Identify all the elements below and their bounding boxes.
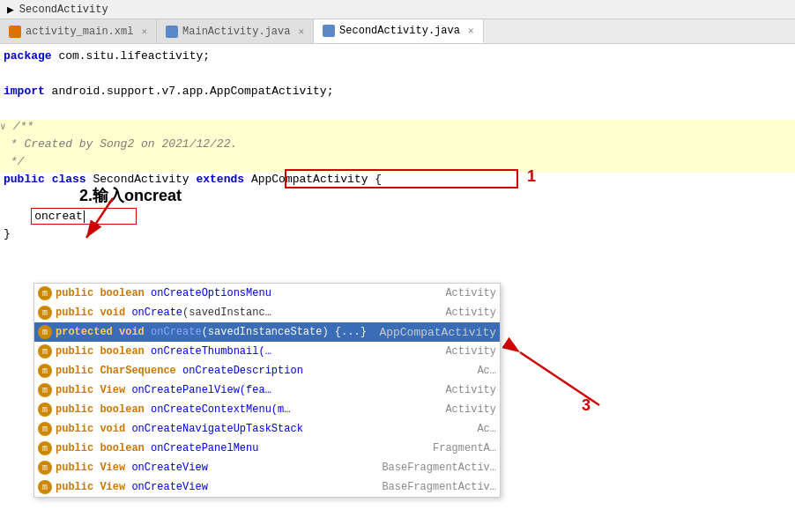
ac-item-4[interactable]: m public boolean onCreateThumbnail(… Act… <box>34 342 500 361</box>
ac-item-10[interactable]: m public View onCreateView BaseFragmentA… <box>34 458 500 477</box>
ac-code-5: public CharSequence onCreateDescription <box>56 365 470 377</box>
line-content: /** <box>10 120 795 133</box>
ac-item-9[interactable]: m public boolean onCreatePanelMenu Fragm… <box>34 439 500 458</box>
title-bar: ▶ SecondActivity <box>0 0 795 19</box>
xml-file-icon <box>9 26 21 38</box>
code-line-11: } <box>0 227 795 245</box>
tab-bar: activity_main.xml ✕ MainActivity.java ✕ … <box>0 19 795 44</box>
ac-method-icon: m <box>38 364 52 378</box>
arrow-3 <box>494 335 635 423</box>
annotation-1: 1 <box>527 167 536 186</box>
tab-label-active: SecondActivity.java <box>339 25 460 37</box>
ac-source-1: Activity <box>445 287 496 299</box>
line-content <box>0 67 795 80</box>
tab-second-activity-java[interactable]: SecondActivity.java ✕ <box>314 19 483 43</box>
code-line-6: * Created by Song2 on 2021/12/22. <box>0 137 795 155</box>
tab-close-active-icon[interactable]: ✕ <box>468 25 474 36</box>
ac-item-11[interactable]: m public View onCreateView BaseFragmentA… <box>34 477 500 497</box>
code-line-4 <box>0 102 795 120</box>
tab-close-icon[interactable]: ✕ <box>298 26 304 37</box>
ac-source-11: BaseFragmentActiv… <box>382 481 496 493</box>
ac-code-9: public boolean onCreatePanelMenu <box>56 442 426 454</box>
ac-method-icon: m <box>38 422 52 436</box>
ac-code-10: public View onCreateView <box>56 462 375 474</box>
tab-label: MainActivity.java <box>182 26 290 38</box>
line-content: } <box>0 227 795 240</box>
ac-source-8: Ac… <box>477 423 496 435</box>
annotation-2: 2.输入oncreat <box>79 185 182 206</box>
ac-item-5[interactable]: m public CharSequence onCreateDescriptio… <box>34 361 500 381</box>
tab-label: activity_main.xml <box>26 26 133 38</box>
java-file-icon-active <box>323 25 335 37</box>
tab-main-activity-java[interactable]: MainActivity.java ✕ <box>157 19 314 43</box>
code-line-10: oncreat <box>0 208 795 225</box>
code-line-2 <box>0 67 795 85</box>
ac-source-9: FragmentA… <box>433 442 496 454</box>
ac-method-icon: m <box>38 306 52 320</box>
ac-code-8: public void onCreateNavigateUpTaskStack <box>56 423 470 435</box>
ac-source-2: Activity <box>445 307 496 319</box>
ac-method-icon: m <box>38 461 52 475</box>
ac-method-icon: m <box>38 286 52 300</box>
ac-source-4: Activity <box>445 345 496 358</box>
ac-source-7: Activity <box>445 403 496 416</box>
ac-method-icon: m <box>38 344 52 358</box>
ac-source-3: AppCompatActivity <box>379 326 496 339</box>
title-text: SecondActivity <box>19 4 108 16</box>
ac-item-2[interactable]: m public void onCreate(savedInstanc… Act… <box>34 303 500 322</box>
code-line-1: package com.situ.lifeactivity; <box>0 49 795 67</box>
ac-method-icon: m <box>38 441 52 455</box>
ac-code-2: public void onCreate(savedInstanc… <box>56 307 438 319</box>
ac-item-7[interactable]: m public boolean onCreateContextMenu(m… … <box>34 400 500 419</box>
ac-item-1[interactable]: m public boolean onCreateOptionsMenu Act… <box>34 284 500 303</box>
ac-method-icon: m <box>38 480 52 494</box>
ac-method-icon: m <box>38 403 52 417</box>
title-icon: ▶ <box>7 3 14 17</box>
code-input[interactable]: oncreat <box>31 208 137 225</box>
ac-item-6[interactable]: m public View onCreatePanelView(fea… Act… <box>34 381 500 400</box>
ac-code-11: public View onCreateView <box>56 481 375 493</box>
line-content: public class SecondActivity extends AppC… <box>0 173 795 186</box>
tab-close-icon[interactable]: ✕ <box>141 26 147 37</box>
ac-item-8[interactable]: m public void onCreateNavigateUpTaskStac… <box>34 419 500 439</box>
code-editor[interactable]: package com.situ.lifeactivity; import an… <box>0 44 795 532</box>
ac-source-5: Ac… <box>477 365 496 377</box>
ac-code-7: public boolean onCreateContextMenu(m… <box>56 403 438 416</box>
line-content: package com.situ.lifeactivity; <box>0 49 795 63</box>
ac-code-4: public boolean onCreateThumbnail(… <box>56 345 438 358</box>
ac-method-icon: m <box>38 383 52 397</box>
line-content: * Created by Song2 on 2021/12/22. <box>0 137 795 151</box>
ac-source-6: Activity <box>445 384 496 396</box>
ac-item-3-selected[interactable]: m protected void onCreate(savedInstanceS… <box>34 322 500 342</box>
line-content: import android.support.v7.app.AppCompatA… <box>0 85 795 98</box>
line-content: */ <box>0 155 795 168</box>
java-file-icon <box>166 26 178 38</box>
ac-method-icon: m <box>38 325 52 339</box>
line-content: oncreat <box>0 208 795 225</box>
ac-code-1: public boolean onCreateOptionsMenu <box>56 287 438 299</box>
ac-source-10: BaseFragmentActiv… <box>382 462 496 474</box>
ac-code-3: protected void onCreate(savedInstanceSta… <box>56 326 372 338</box>
tab-activity-main-xml[interactable]: activity_main.xml ✕ <box>0 19 157 43</box>
fold-icon[interactable]: ∨ <box>0 121 6 132</box>
code-line-5: ∨ /** <box>0 120 795 137</box>
autocomplete-dropdown[interactable]: m public boolean onCreateOptionsMenu Act… <box>33 283 501 498</box>
code-line-3: import android.support.v7.app.AppCompatA… <box>0 85 795 102</box>
line-content <box>0 102 795 115</box>
ac-code-6: public View onCreatePanelView(fea… <box>56 384 438 396</box>
code-line-7: */ <box>0 155 795 173</box>
annotation-3: 3 <box>582 396 591 415</box>
